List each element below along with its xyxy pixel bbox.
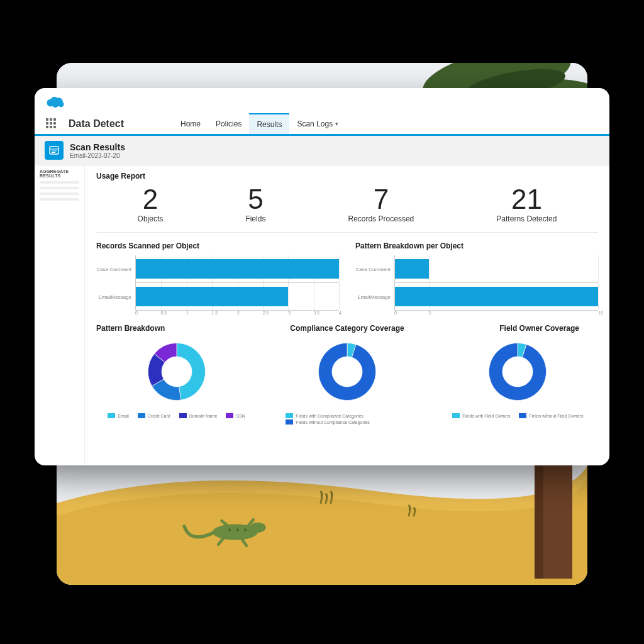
field-owner-title: Field Owner Coverage: [438, 324, 598, 333]
legend-swatch: [519, 413, 526, 418]
salesforce-cloud-icon: [46, 96, 65, 108]
metric-label: Fields: [245, 214, 265, 223]
compliance-coverage-donut: [309, 334, 385, 409]
legend-label: Fields without Compliance Categories: [296, 420, 370, 425]
rail-heading: AGGREGATE RESULTS: [40, 169, 79, 178]
pattern-breakdown-object-title: Pattern Breakdown per Object: [355, 242, 598, 250]
legend-label: Credit Card: [148, 414, 170, 418]
legend-label: Fields with Compliance Categories: [296, 414, 364, 418]
records-scanned-chart: Case CommentEmailMessage00.511.522.533.5…: [96, 255, 339, 315]
legend-label: Fields with Field Owners: [462, 414, 510, 418]
metric-value: 21: [496, 186, 557, 213]
metrics-row: 2Objects5Fields7Records Processed21Patte…: [96, 182, 598, 233]
app-window: Data Detect HomePoliciesResultsScan Logs…: [35, 88, 609, 465]
pattern-breakdown-object-panel: Pattern Breakdown per Object Case Commen…: [355, 242, 598, 315]
page-title: Scan Results: [70, 142, 125, 152]
metric-label: Records Processed: [348, 214, 414, 223]
page-header: Scan Results Email-2023-07-20: [35, 136, 609, 165]
bar-row: EmailMessage: [96, 283, 339, 311]
nav-tab-policies[interactable]: Policies: [208, 113, 249, 134]
usage-report-title: Usage Report: [96, 172, 598, 180]
bar-row: Case Comment: [96, 255, 339, 283]
metric-value: 7: [348, 186, 414, 213]
legend-swatch: [226, 413, 233, 418]
legend-swatch: [452, 413, 460, 418]
bar-track: [394, 283, 598, 311]
rail-skeleton: [40, 181, 79, 184]
brand-row: [35, 88, 609, 113]
bar-axis: 0318: [394, 311, 598, 315]
bar-track: [394, 255, 598, 283]
legend-item: Email: [108, 413, 129, 418]
svg-point-10: [228, 528, 231, 531]
bar-category-label: Case Comment: [355, 267, 394, 272]
nav-bar: Data Detect HomePoliciesResultsScan Logs…: [35, 113, 609, 136]
svg-point-9: [250, 523, 265, 533]
metric-patterns-detected: 21Patterns Detected: [496, 186, 557, 223]
pattern-breakdown-panel: Pattern Breakdown EmailCredit CardDomain…: [96, 324, 257, 425]
legend-label: Domain Name: [189, 414, 218, 418]
records-scanned-panel: Records Scanned per Object Case CommentE…: [96, 242, 339, 315]
field-owner-legend: Fields with Field OwnersFields without F…: [438, 413, 598, 418]
bar-track: [135, 255, 339, 283]
records-scanned-title: Records Scanned per Object: [96, 242, 339, 250]
rail-skeleton: [40, 187, 79, 189]
legend-swatch: [286, 413, 293, 418]
bar-fill: [395, 287, 598, 306]
page-subtitle: Email-2023-07-20: [70, 152, 125, 159]
pattern-breakdown-donut: [139, 334, 214, 409]
legend-label: SSN: [236, 414, 245, 418]
legend-item: Fields without Field Owners: [519, 413, 583, 418]
metric-fields: 5Fields: [245, 186, 265, 223]
bar-axis: 00.511.522.533.54: [135, 311, 339, 315]
metric-records-processed: 7Records Processed: [348, 186, 414, 223]
legend-item: Fields without Compliance Categories: [286, 419, 370, 425]
bar-row: Case Comment: [355, 255, 598, 283]
nav-tab-home[interactable]: Home: [173, 113, 208, 134]
legend-swatch: [179, 413, 187, 418]
metric-objects: 2Objects: [138, 186, 164, 223]
scan-results-icon: [45, 141, 64, 160]
bar-category-label: EmailMessage: [96, 294, 135, 300]
donut-slice: [177, 343, 206, 400]
left-rail: AGGREGATE RESULTS: [35, 165, 85, 465]
donut-slice: [489, 343, 547, 400]
app-launcher-icon[interactable]: [46, 118, 57, 130]
svg-point-11: [236, 528, 239, 531]
main-content: Usage Report 2Objects5Fields7Records Pro…: [85, 165, 609, 465]
rail-skeleton: [40, 198, 79, 201]
nav-tabs: HomePoliciesResultsScan Logs▾: [173, 113, 346, 134]
svg-point-17: [58, 101, 64, 107]
legend-item: Fields with Compliance Categories: [286, 413, 364, 418]
bar-row: EmailMessage: [355, 283, 598, 311]
bar-fill: [136, 259, 339, 279]
bar-track: [135, 283, 339, 311]
legend-swatch: [138, 413, 145, 418]
compliance-coverage-title: Compliance Category Coverage: [267, 324, 427, 333]
metric-value: 2: [138, 186, 164, 213]
bar-category-label: EmailMessage: [355, 294, 394, 300]
pattern-breakdown-title: Pattern Breakdown: [96, 324, 257, 333]
compliance-coverage-panel: Compliance Category Coverage Fields with…: [267, 324, 427, 425]
svg-rect-18: [50, 147, 58, 154]
legend-swatch: [286, 419, 293, 425]
svg-point-16: [52, 101, 59, 108]
chevron-down-icon: ▾: [335, 121, 338, 127]
legend-label: Email: [118, 414, 129, 418]
legend-swatch: [108, 413, 115, 418]
bar-fill: [395, 259, 429, 279]
donut-slice: [318, 343, 375, 400]
legend-item: SSN: [226, 413, 245, 418]
bar-category-label: Case Comment: [96, 267, 135, 272]
nav-tab-results[interactable]: Results: [249, 113, 289, 134]
legend-item: Credit Card: [138, 413, 170, 418]
svg-point-12: [244, 528, 247, 531]
metric-label: Objects: [138, 214, 164, 223]
pattern-breakdown-legend: EmailCredit CardDomain NameSSN: [96, 413, 257, 418]
nav-tab-scan-logs[interactable]: Scan Logs▾: [289, 113, 346, 134]
legend-label: Fields without Field Owners: [529, 414, 583, 418]
bar-fill: [136, 287, 288, 306]
legend-item: Domain Name: [179, 413, 218, 418]
app-name: Data Detect: [69, 118, 124, 130]
field-owner-donut: [480, 334, 555, 409]
